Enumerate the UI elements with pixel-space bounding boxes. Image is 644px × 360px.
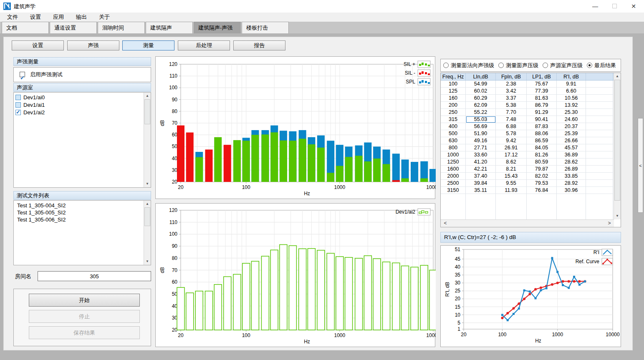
radio-icon[interactable]	[498, 63, 504, 68]
table-cell[interactable]: 500	[441, 130, 466, 137]
table-cell[interactable]: 30.96	[557, 187, 586, 194]
table-cell[interactable]: 10.56	[557, 95, 586, 102]
menu-item-3[interactable]: 输出	[73, 13, 90, 22]
table-cell[interactable]: 33.60	[466, 151, 496, 159]
table-cell[interactable]	[586, 123, 613, 130]
maximize-button[interactable]	[605, 0, 624, 13]
table-cell[interactable]: 2000	[441, 173, 466, 180]
scroll-down-icon[interactable]: ▼	[144, 258, 151, 265]
table-cell[interactable]: 39.84	[466, 180, 496, 187]
table-cell[interactable]: 11.93	[496, 187, 527, 194]
table-cell[interactable]: 7.48	[496, 116, 527, 123]
menu-item-0[interactable]: 文件	[4, 13, 21, 22]
table-vscrollbar[interactable]: ▲ ▼	[614, 73, 621, 219]
menu-item-2[interactable]: 应用	[50, 13, 67, 22]
scrollbar-thumb[interactable]	[144, 207, 150, 226]
table-cell[interactable]: 13.92	[557, 102, 586, 109]
channel-row-1[interactable]: Dev1/ai1	[14, 101, 151, 109]
table-cell[interactable]: 9.42	[496, 137, 527, 144]
table-cell[interactable]: 33.85	[557, 173, 586, 180]
table-cell[interactable]	[557, 201, 586, 208]
table-cell[interactable]	[586, 130, 613, 137]
table-cell[interactable]	[466, 201, 496, 208]
table-cell[interactable]: 8.62	[496, 159, 527, 166]
table-cell[interactable]	[586, 81, 613, 88]
table-cell[interactable]	[586, 187, 613, 194]
table-cell[interactable]: 84.05	[527, 144, 557, 151]
table-cell[interactable]: 86.79	[527, 102, 557, 109]
table-cell[interactable]: 28.92	[557, 180, 586, 187]
table-cell[interactable]: 160	[441, 95, 466, 102]
table-cell[interactable]	[466, 194, 496, 201]
table-cell[interactable]: 56.69	[466, 123, 496, 130]
table-cell[interactable]	[557, 194, 586, 201]
table-cell[interactable]: 17.12	[496, 151, 527, 159]
channel-checkbox[interactable]	[15, 110, 21, 115]
table-cell[interactable]: 15.43	[496, 173, 527, 180]
scrollbar-thumb[interactable]	[614, 80, 620, 201]
table-cell[interactable]: 62.09	[466, 102, 496, 109]
table-cell[interactable]: 2.38	[496, 81, 527, 88]
close-button[interactable]: ✕	[624, 0, 643, 13]
table-cell[interactable]: 1250	[441, 159, 466, 166]
scrollbar-thumb[interactable]	[144, 99, 150, 124]
table-cell[interactable]: 81.26	[527, 151, 557, 159]
enable-intensity-row[interactable]: 启用声强测试	[13, 67, 151, 82]
scroll-up-icon[interactable]: ▲	[144, 201, 151, 207]
table-cell[interactable]: 100	[441, 81, 466, 88]
table-cell[interactable]: 250	[441, 109, 466, 116]
main-tab-5[interactable]: 楼板打击	[242, 22, 289, 33]
table-cell[interactable]	[496, 194, 527, 201]
channel-list-scrollbar[interactable]: ▲ ▼	[144, 93, 151, 187]
table-cell[interactable]: 8.21	[496, 166, 527, 173]
scroll-up-icon[interactable]: ▲	[144, 93, 151, 99]
scroll-left-icon[interactable]: <	[442, 220, 449, 227]
table-cell[interactable]: 87.83	[527, 123, 557, 130]
table-hscrollbar[interactable]: < >	[441, 219, 614, 227]
sub-tab-2[interactable]: 测量	[122, 40, 174, 50]
table-cell[interactable]: 20.37	[557, 123, 586, 130]
table-cell[interactable]	[586, 102, 613, 109]
menu-item-1[interactable]: 设置	[27, 13, 44, 22]
table-cell[interactable]	[586, 159, 613, 166]
main-tab-3[interactable]: 建筑隔声	[146, 22, 193, 33]
minimize-button[interactable]: —	[586, 0, 605, 13]
table-cell[interactable]: 26.89	[557, 166, 586, 173]
sub-tab-1[interactable]: 声强	[67, 40, 119, 50]
table-cell[interactable]: 79.87	[527, 166, 557, 173]
table-cell[interactable]: 41.20	[466, 159, 496, 166]
table-cell[interactable]: 77.39	[527, 88, 557, 95]
table-cell[interactable]: 91.29	[527, 109, 557, 116]
file-list-scrollbar[interactable]: ▲ ▼	[144, 201, 151, 265]
table-cell[interactable]: 88.06	[527, 130, 557, 137]
radio-icon[interactable]	[543, 63, 548, 68]
table-cell[interactable]: 82.02	[527, 173, 557, 180]
radio-icon[interactable]	[443, 63, 449, 68]
table-cell[interactable]	[586, 144, 613, 151]
main-tab-4[interactable]: 建筑隔声-声强	[194, 22, 241, 33]
result-view-radio-2[interactable]: 声源室声压级	[543, 62, 583, 69]
table-cell[interactable]: 3.37	[496, 95, 527, 102]
menu-item-4[interactable]: 关于	[96, 13, 113, 22]
table-cell[interactable]: 28.62	[557, 159, 586, 166]
table-cell[interactable]: 76.84	[527, 187, 557, 194]
table-cell[interactable]: 6.60	[557, 88, 586, 95]
table-cell[interactable]: 1000	[441, 151, 466, 159]
table-cell[interactable]	[586, 151, 613, 159]
start-button[interactable]: 开始	[29, 294, 140, 307]
table-cell[interactable]: 75.67	[527, 81, 557, 88]
table-cell[interactable]	[586, 173, 613, 180]
table-cell[interactable]: 2500	[441, 180, 466, 187]
collapse-panel-button[interactable]: <	[638, 118, 643, 213]
table-cell[interactable]: 45.57	[557, 144, 586, 151]
result-view-radio-1[interactable]: 测量面声压级	[498, 62, 538, 69]
table-cell[interactable]: 37.40	[466, 173, 496, 180]
stop-button[interactable]: 停止	[29, 310, 140, 323]
table-cell[interactable]: 9.55	[496, 180, 527, 187]
table-cell[interactable]: 3150	[441, 187, 466, 194]
table-cell[interactable]: 86.59	[527, 137, 557, 144]
table-cell[interactable]	[496, 201, 527, 208]
table-cell[interactable]: 315	[441, 116, 466, 123]
result-view-radio-0[interactable]: 测量面法向声强级	[443, 62, 494, 69]
table-cell[interactable]: 35.11	[466, 187, 496, 194]
